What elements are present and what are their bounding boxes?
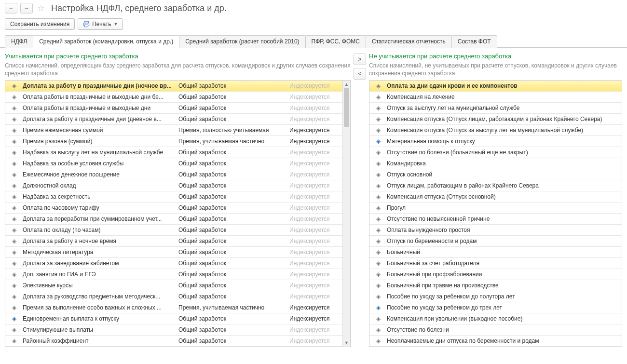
table-row[interactable]: ◈Премия разовая (суммой)Премия, учитывае… bbox=[5, 136, 350, 147]
table-row[interactable]: ◈Неоплачиваемые дни отпуска по беременно… bbox=[369, 336, 622, 347]
row-icon: ◈ bbox=[5, 249, 23, 256]
row-icon: ◈ bbox=[369, 160, 387, 167]
table-row[interactable]: ◈Отсутствие по невыясненной причине bbox=[369, 214, 622, 225]
tab[interactable]: Состав ФОТ bbox=[451, 35, 497, 48]
table-row[interactable]: ◈Премия ежемесячная суммойПремия, полнос… bbox=[5, 125, 350, 136]
table-row[interactable]: ◈Компенсация отпуска (Отпуск за выслугу … bbox=[369, 125, 622, 136]
move-left-button[interactable]: < bbox=[354, 68, 366, 80]
table-row[interactable]: ◈Оплата за дни сдачи крови и ее компонен… bbox=[369, 81, 622, 92]
table-row[interactable]: ◈Доплата за заведование кабинетомОбщий з… bbox=[5, 258, 350, 269]
table-row[interactable]: ◈Отпуск за выслугу лет на муниципальной … bbox=[369, 103, 622, 114]
table-row[interactable]: ◈Командировка bbox=[369, 158, 622, 169]
table-row[interactable]: ◈Надбавка за выслугу лет на муниципально… bbox=[5, 147, 350, 158]
right-panel-desc: Список начислений, не учитываемых при ра… bbox=[369, 62, 622, 77]
row-name: Оплата работы в праздничные и выходные д… bbox=[23, 94, 178, 100]
row-icon: ◈ bbox=[5, 337, 23, 344]
table-row[interactable]: ◈Методическая литератураОбщий заработокИ… bbox=[5, 247, 350, 258]
table-row[interactable]: ◈Доплата за работу в ночное времяОбщий з… bbox=[5, 236, 350, 247]
row-icon: ◈ bbox=[369, 227, 387, 233]
table-row[interactable]: ◈Больничный за счет работодателя bbox=[369, 258, 622, 269]
svg-rect-0 bbox=[84, 21, 89, 23]
table-row[interactable]: ◈Материальная помощь к отпуску bbox=[369, 136, 622, 147]
table-row[interactable]: ◈Надбавка за особые условия службыОбщий … bbox=[5, 158, 350, 169]
tab[interactable]: Статистическая отчетность bbox=[366, 35, 452, 48]
table-row[interactable]: ◈Элективные курсыОбщий заработокИндексир… bbox=[5, 280, 350, 291]
row-name: Компенсация на лечение bbox=[387, 94, 622, 100]
row-icon: ◈ bbox=[369, 171, 387, 178]
table-row[interactable]: ◈Отпуск основной bbox=[369, 169, 622, 180]
table-row[interactable]: ◈Больничный при травме на производстве bbox=[369, 280, 622, 291]
row-icon: ◈ bbox=[5, 127, 23, 134]
table-row[interactable]: ◈Отсутствие по болезни (больничный еще н… bbox=[369, 147, 622, 158]
left-table[interactable]: ◈Доплата за работу в праздничные дни (но… bbox=[5, 80, 351, 347]
table-row[interactable]: ◈Оплата работы в праздничные и выходные … bbox=[5, 92, 350, 103]
row-icon: ◈ bbox=[5, 171, 23, 178]
row-name: Больничный при травме на производстве bbox=[387, 282, 622, 289]
row-type: Общий заработок bbox=[178, 337, 289, 344]
row-icon: ◈ bbox=[369, 315, 387, 322]
table-row[interactable]: ◈Отпуск по беременности и родам bbox=[369, 236, 622, 247]
table-row[interactable]: ◈Надбавка за секретностьОбщий заработокИ… bbox=[5, 191, 350, 202]
row-type: Общий заработок bbox=[178, 227, 289, 233]
table-row[interactable]: ◈Компенсация отпуска (Отпуск основной) bbox=[369, 191, 622, 202]
favorite-star-icon[interactable]: ☆ bbox=[36, 3, 46, 13]
table-row[interactable]: ◈Оплата вынужденного простоя bbox=[369, 225, 622, 236]
scrollbar[interactable]: ▲ ▼ bbox=[342, 81, 350, 347]
row-index: Индексируется bbox=[289, 204, 342, 211]
table-row[interactable]: ◈Единовременная выплата к отпускуОбщий з… bbox=[5, 313, 350, 324]
table-row[interactable]: ◈Компенсация отпуска (Отпуск лицам, рабо… bbox=[369, 114, 622, 125]
row-index: Индексируется bbox=[289, 138, 342, 145]
table-row[interactable]: ◈Отсутствие по болезни bbox=[369, 324, 622, 336]
tab[interactable]: НДФЛ bbox=[5, 35, 33, 48]
row-name: Больничный за счет работодателя bbox=[387, 260, 622, 267]
left-panel-desc: Список начислений, определяющих базу сре… bbox=[5, 62, 351, 77]
row-name: Отсутствие по невыясненной причине bbox=[387, 216, 622, 222]
row-name: Компенсация при увольнении (выходное пос… bbox=[387, 315, 622, 322]
table-row[interactable]: ◈Компенсация на лечение bbox=[369, 92, 622, 103]
table-row[interactable]: ◈Доп. занятия по ГИА и ЕГЭОбщий заработо… bbox=[5, 269, 350, 280]
table-row[interactable]: ◈Ежемесячное денежное поощрениеОбщий зар… bbox=[5, 169, 350, 180]
svg-rect-2 bbox=[85, 25, 88, 27]
print-button[interactable]: Печать ▼ bbox=[78, 18, 123, 30]
nav-back-button[interactable]: ← bbox=[5, 3, 17, 13]
tab[interactable]: Средний заработок (расчет пособий 2010) bbox=[179, 35, 305, 48]
move-right-button[interactable]: > bbox=[354, 54, 366, 65]
row-icon: ◈ bbox=[369, 238, 387, 244]
table-row[interactable]: ◈Оплата по окладу (по часам)Общий зарабо… bbox=[5, 225, 350, 236]
row-icon: ◈ bbox=[369, 82, 387, 89]
table-row[interactable]: ◈Прогул bbox=[369, 202, 622, 214]
tab[interactable]: Средний заработок (командировки, отпуска… bbox=[33, 35, 179, 48]
print-button-label: Печать bbox=[92, 21, 111, 27]
row-name: Прогул bbox=[387, 204, 622, 211]
table-row[interactable]: ◈Больничный при профзаболевании bbox=[369, 269, 622, 280]
table-row[interactable]: ◈Районный коэффициентОбщий заработокИнде… bbox=[5, 336, 350, 347]
table-row[interactable]: ◈Должностной окладОбщий заработокИндекси… bbox=[5, 180, 350, 191]
table-row[interactable]: ◈Доплата за руководство предметным метод… bbox=[5, 291, 350, 302]
table-row[interactable]: ◈Стимулирующие выплатыОбщий заработокИнд… bbox=[5, 324, 350, 336]
table-row[interactable]: ◈Оплата по часовому тарифуОбщий заработо… bbox=[5, 202, 350, 214]
row-type: Общий заработок bbox=[178, 315, 289, 322]
row-index: Индексируется bbox=[289, 193, 342, 200]
table-row[interactable]: ◈Оплата работы в праздничные и выходные … bbox=[5, 103, 350, 114]
tab[interactable]: ПФР, ФСС, ФОМС bbox=[305, 35, 366, 48]
save-button[interactable]: Сохранить изменения bbox=[5, 18, 75, 30]
scroll-up-icon[interactable]: ▲ bbox=[343, 81, 350, 88]
scrollbar-thumb[interactable] bbox=[344, 88, 349, 127]
table-row[interactable]: ◈Пособие по уходу за ребенком до трех ле… bbox=[369, 302, 622, 313]
row-name: Ежемесячное денежное поощрение bbox=[23, 171, 178, 178]
table-row[interactable]: ◈Доплата за работу в праздничные дни (дн… bbox=[5, 114, 350, 125]
table-row[interactable]: ◈Доплата за переработки при суммированно… bbox=[5, 214, 350, 225]
right-table[interactable]: ◈Оплата за дни сдачи крови и ее компонен… bbox=[369, 80, 622, 347]
scroll-down-icon[interactable]: ▼ bbox=[343, 339, 350, 347]
row-index: Индексируется bbox=[289, 216, 342, 222]
table-row[interactable]: ◈Больничный bbox=[369, 247, 622, 258]
row-name: Элективные курсы bbox=[23, 282, 178, 289]
table-row[interactable]: ◈Доплата за работу в праздничные дни (но… bbox=[5, 81, 350, 92]
table-row[interactable]: ◈Пособие по уходу за ребенком до полутор… bbox=[369, 291, 622, 302]
row-icon: ◈ bbox=[369, 204, 387, 211]
nav-forward-button[interactable]: → bbox=[20, 3, 33, 13]
table-row[interactable]: ◈Отпуск лицам, работающим в районах Край… bbox=[369, 180, 622, 191]
row-name: Компенсация отпуска (Отпуск лицам, работ… bbox=[387, 116, 622, 122]
table-row[interactable]: ◈Компенсация при увольнении (выходное по… bbox=[369, 313, 622, 324]
table-row[interactable]: ◈Премия за выполнение особо важных и сло… bbox=[5, 302, 350, 313]
